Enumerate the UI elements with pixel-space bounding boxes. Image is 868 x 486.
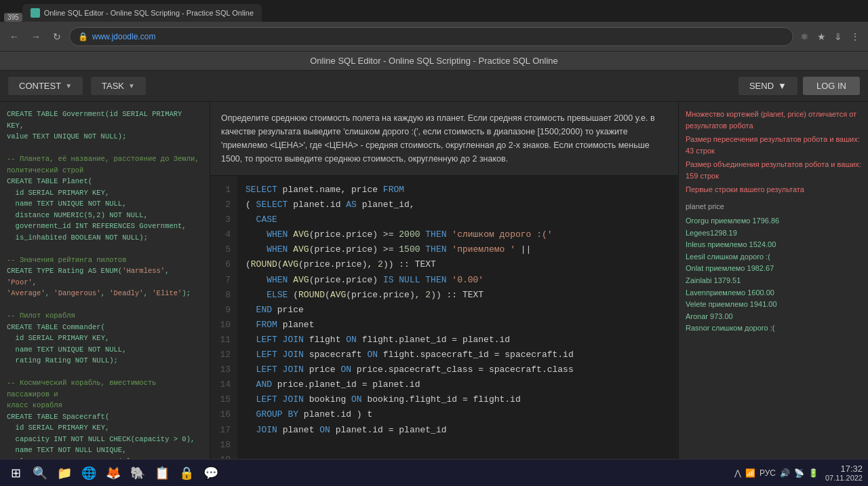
- error-line-3: Размер объединения результатов робота и …: [686, 159, 861, 181]
- line-numbers: 1 2 3 4 5 6 7 8 9 10 11 12 13 14 15 16 1…: [210, 176, 237, 482]
- address-bar[interactable]: 🔒 www.jdoodle.com: [69, 27, 793, 46]
- start-button[interactable]: ⊞: [5, 463, 26, 483]
- result-row-5: Onlat приемлемо 1982.67: [686, 263, 861, 275]
- task-area: Определите среднюю стоимость полета на к…: [210, 102, 678, 482]
- result-row-2: Legees1298.19: [686, 227, 861, 240]
- reload-button[interactable]: ↻: [49, 29, 65, 45]
- contest-button[interactable]: CONTEST ▼: [8, 77, 83, 95]
- task-description: Определите среднюю стоимость полета на к…: [210, 102, 678, 176]
- system-tray: ⋀ 📶 РУС 🔊 📡 🔋: [734, 468, 818, 478]
- send-arrow-icon: ▼: [778, 81, 787, 91]
- error-line-2: Размер пересечения результатов робота и …: [686, 134, 861, 156]
- db-icon[interactable]: 🐘: [127, 462, 149, 484]
- wifi-icon[interactable]: 📡: [794, 468, 804, 478]
- edge-icon[interactable]: 🌐: [78, 462, 100, 484]
- browser-toolbar: ← → ↻ 🔒 www.jdoodle.com ⚛ ★ ⇓ ⋮: [0, 22, 868, 52]
- clock-time: 17:32: [825, 464, 863, 474]
- file-explorer-icon[interactable]: 📁: [54, 462, 75, 484]
- header-right: SEND ▼ LOG IN: [738, 77, 860, 95]
- bookmark-icon[interactable]: ★: [814, 29, 829, 45]
- network-icon[interactable]: 📶: [745, 468, 755, 478]
- url-text: www.jdoodle.com: [92, 32, 155, 41]
- clock-date: 07.11.2022: [825, 474, 863, 482]
- page-title-bar: Online SQL Editor - Online SQL Scripting…: [0, 52, 868, 71]
- tab-label: Online SQL Editor - Online SQL Scripting…: [44, 9, 254, 17]
- result-row-9: Aronar 973.00: [686, 311, 861, 323]
- result-data: planet price Ororgu приемлемо 1796.86 Le…: [686, 201, 861, 335]
- taskbar-right: ⋀ 📶 РУС 🔊 📡 🔋 17:32 07.11.2022: [734, 464, 863, 482]
- task-button[interactable]: TASK ▼: [91, 77, 146, 95]
- active-tab[interactable]: Online SQL Editor - Online SQL Scripting…: [22, 4, 262, 22]
- download-icon[interactable]: ⇓: [831, 29, 845, 45]
- browser-tabs: 395 Online SQL Editor - Online SQL Scrip…: [0, 0, 868, 22]
- error-line-4: Первые строки вашего результата: [686, 184, 861, 195]
- contest-label: CONTEST: [19, 81, 61, 91]
- vpn-icon[interactable]: 🔒: [176, 462, 197, 484]
- chat-icon[interactable]: 💬: [200, 462, 222, 484]
- lang-label: РУС: [760, 468, 776, 478]
- lock-icon: 🔒: [78, 32, 88, 41]
- tray-arrow-icon[interactable]: ⋀: [734, 468, 741, 478]
- taskbar: ⊞ 🔍 📁 🌐 🦊 🐘 📋 🔒 💬 ⋀ 📶 РУС 🔊 📡 🔋 17:32 07…: [0, 459, 868, 486]
- search-taskbar-icon[interactable]: 🔍: [29, 462, 51, 484]
- forward-button[interactable]: →: [27, 29, 45, 45]
- task-arrow-icon: ▼: [128, 82, 135, 90]
- settings-icon[interactable]: ⋮: [848, 29, 863, 45]
- result-row-4: Leesil слишком дорого :(: [686, 251, 861, 263]
- result-row-8: Velete приемлемо 1941.00: [686, 299, 861, 311]
- result-row-1: Ororgu приемлемо 1796.86: [686, 215, 861, 227]
- result-row-7: Lavenприемлемо 1600.00: [686, 287, 861, 299]
- login-button[interactable]: LOG IN: [803, 77, 860, 95]
- login-label: LOG IN: [816, 81, 846, 91]
- taskbar-icons: 🔍 📁 🌐 🦊 🐘 📋 🔒 💬: [29, 462, 222, 484]
- toolbar-icons: ⚛ ★ ⇓ ⋮: [797, 29, 863, 45]
- battery-icon[interactable]: 🔋: [808, 468, 818, 478]
- clock: 17:32 07.11.2022: [825, 464, 863, 482]
- result-row-6: Zainlabi 1379.51: [686, 275, 861, 287]
- tab-count: 395: [4, 13, 22, 22]
- app-header: CONTEST ▼ TASK ▼ SEND ▼ LOG IN: [0, 71, 868, 102]
- code-content[interactable]: SELECT planet.name, price FROM ( SELECT …: [237, 176, 678, 482]
- tab-favicon: [31, 8, 40, 18]
- code-editor[interactable]: 1 2 3 4 5 6 7 8 9 10 11 12 13 14 15 16 1…: [210, 176, 678, 482]
- back-button[interactable]: ←: [5, 29, 23, 45]
- sidebar-code: CREATE TABLE Government(id SERIAL PRIMAR…: [7, 110, 199, 482]
- result-errors: Множество кортежей (planet, price) отлич…: [686, 109, 861, 195]
- volume-icon[interactable]: 🔊: [780, 468, 790, 478]
- send-button[interactable]: SEND ▼: [738, 77, 797, 95]
- page-title: Online SQL Editor - Online SQL Scripting…: [310, 56, 558, 66]
- browser-taskbar-icon[interactable]: 🦊: [102, 462, 124, 484]
- result-row-10: Rasnor слишком дорого :(: [686, 322, 861, 335]
- result-row-3: Inleus приемлемо 1524.00: [686, 239, 861, 251]
- contest-arrow-icon: ▼: [65, 82, 72, 90]
- main-layout: CREATE TABLE Government(id SERIAL PRIMAR…: [0, 102, 868, 482]
- error-line-1: Множество кортежей (planet, price) отлич…: [686, 109, 861, 131]
- task-text: Определите среднюю стоимость полета на к…: [221, 113, 655, 164]
- task-label: TASK: [102, 81, 124, 91]
- result-header: planet price: [686, 201, 861, 213]
- extensions-icon[interactable]: ⚛: [797, 29, 812, 45]
- notes-icon[interactable]: 📋: [151, 462, 173, 484]
- send-label: SEND: [749, 81, 774, 91]
- sidebar: CREATE TABLE Government(id SERIAL PRIMAR…: [0, 102, 210, 482]
- results-panel: Множество кортежей (planet, price) отлич…: [678, 102, 868, 482]
